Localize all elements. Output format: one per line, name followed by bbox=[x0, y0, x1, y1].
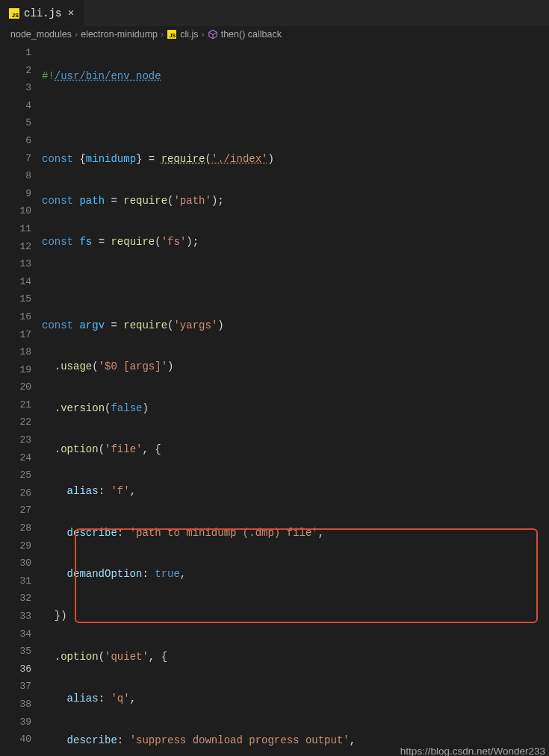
code-area[interactable]: #!/usr/bin/env node const {minidump} = r… bbox=[42, 43, 549, 756]
breadcrumb-seg[interactable]: then() callback bbox=[221, 29, 282, 40]
method-icon bbox=[208, 29, 218, 40]
js-file-icon: JS bbox=[167, 30, 176, 39]
breadcrumb: node_modules › electron-minidump › JS cl… bbox=[0, 26, 549, 43]
breadcrumb-seg[interactable]: electron-minidump bbox=[81, 29, 158, 40]
tab-cli-js[interactable]: JS cli.js × bbox=[0, 0, 84, 26]
watermark: https://blog.csdn.net/Wonder233 bbox=[400, 746, 545, 756]
tab-label: cli.js bbox=[24, 7, 61, 19]
chevron-right-icon: › bbox=[75, 29, 78, 40]
gutter: 12345 678910 1112131415 1617181920 21222… bbox=[0, 43, 42, 756]
chevron-right-icon: › bbox=[161, 29, 164, 40]
code-editor[interactable]: 12345 678910 1112131415 1617181920 21222… bbox=[0, 43, 549, 756]
js-file-icon: JS bbox=[9, 8, 19, 19]
close-icon[interactable]: × bbox=[66, 7, 75, 20]
breadcrumb-seg[interactable]: node_modules bbox=[10, 29, 72, 40]
chevron-right-icon: › bbox=[202, 29, 205, 40]
breadcrumb-seg[interactable]: cli.js bbox=[180, 29, 198, 40]
tab-bar: JS cli.js × bbox=[0, 0, 549, 26]
